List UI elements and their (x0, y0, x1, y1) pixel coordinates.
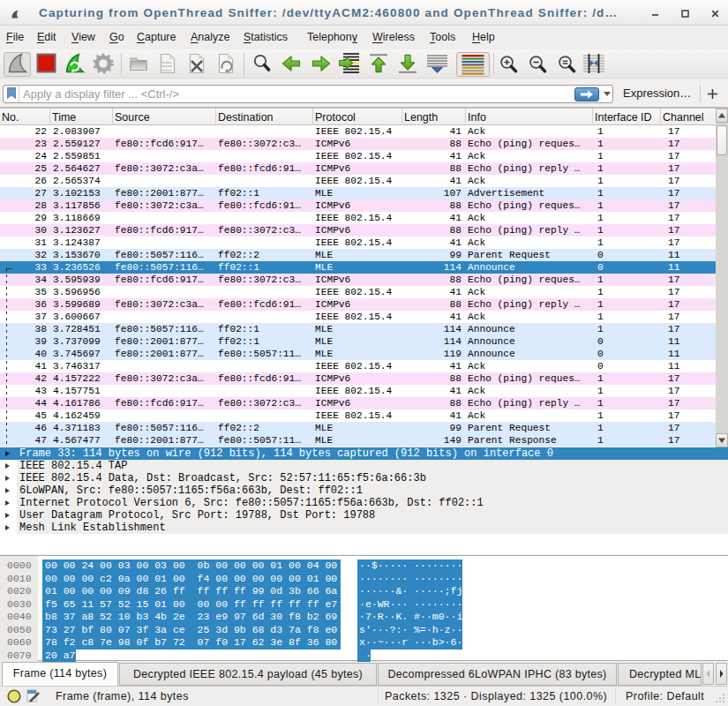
svg-text:0111: 0111 (162, 68, 172, 72)
